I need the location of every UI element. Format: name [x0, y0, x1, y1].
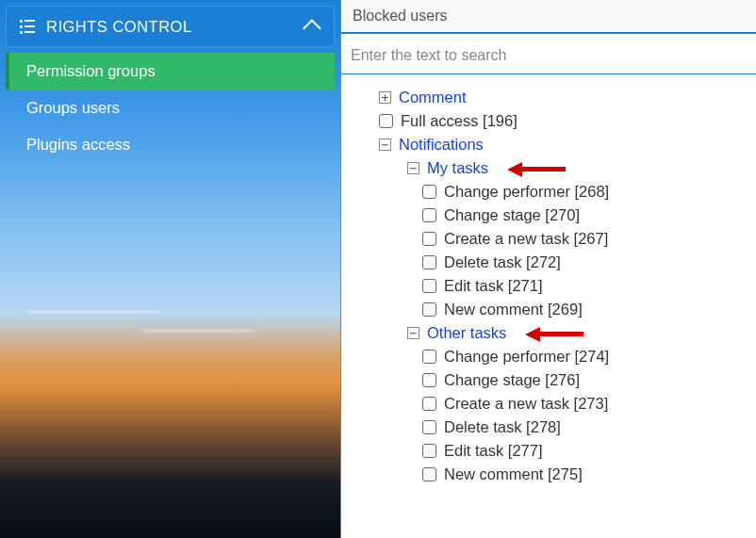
tree-label: Change stage [270] — [444, 206, 580, 224]
tree-node-full-access[interactable]: Full access [196] — [349, 109, 748, 133]
search-input[interactable] — [347, 40, 750, 73]
arrow-annotation — [507, 162, 566, 175]
checkbox[interactable] — [422, 467, 436, 481]
sidebar-item-plugins-access[interactable]: Plugins access — [6, 126, 335, 163]
bg-cloud — [141, 330, 255, 332]
tree-label: Edit task [271] — [444, 277, 543, 295]
checkbox[interactable] — [422, 232, 436, 246]
sidebar: RIGHTS CONTROL Permission groups Groups … — [0, 0, 340, 538]
tree-leaf[interactable]: New comment [269] — [349, 298, 748, 321]
checkbox[interactable] — [422, 397, 436, 411]
tree-label: Create a new task [273] — [444, 395, 608, 413]
sidebar-item-label: Groups users — [26, 99, 120, 116]
sidebar-section-title: RIGHTS CONTROL — [46, 18, 192, 36]
collapse-icon[interactable]: − — [407, 162, 419, 174]
checkbox[interactable] — [422, 279, 436, 293]
checkbox[interactable] — [422, 185, 436, 199]
tree-label[interactable]: My tasks — [427, 159, 488, 177]
tree-node-comment[interactable]: + Comment — [349, 86, 748, 109]
chevron-up-icon — [303, 19, 321, 38]
tree-leaf[interactable]: Change performer [268] — [349, 180, 748, 204]
tree-leaf[interactable]: Delete task [278] — [349, 416, 748, 439]
tree-node-notifications[interactable]: − Notifications — [349, 133, 748, 156]
checkbox[interactable] — [379, 114, 393, 128]
list-icon — [20, 20, 35, 34]
tree-label: Change performer [274] — [444, 348, 609, 366]
tree-label: Edit task [277] — [444, 442, 543, 460]
sidebar-item-label: Permission groups — [26, 62, 156, 79]
tree-leaf[interactable]: Change stage [276] — [349, 368, 748, 392]
tree-label[interactable]: Notifications — [399, 136, 484, 154]
permission-tree: + Comment Full access [196] − Notificati… — [341, 74, 756, 538]
tree-node-my-tasks[interactable]: − My tasks — [349, 156, 748, 180]
tab-bar: Blocked users — [341, 0, 756, 34]
checkbox[interactable] — [422, 302, 436, 317]
tree-label: Delete task [278] — [444, 418, 561, 436]
bg-cloud — [28, 311, 160, 313]
tree-leaf[interactable]: Edit task [277] — [349, 439, 748, 463]
checkbox[interactable] — [422, 420, 436, 434]
expand-icon[interactable]: + — [379, 91, 391, 104]
tree-leaf[interactable]: Create a new task [267] — [349, 227, 748, 251]
tree-leaf[interactable]: Change performer [274] — [349, 345, 748, 368]
checkbox[interactable] — [422, 208, 436, 222]
tree-label: Delete task [272] — [444, 253, 561, 271]
sidebar-item-groups-users[interactable]: Groups users — [6, 90, 335, 126]
tree-label[interactable]: Comment — [399, 89, 467, 106]
tree-label[interactable]: Other tasks — [427, 324, 506, 342]
checkbox[interactable] — [422, 255, 436, 269]
sidebar-item-label: Plugins access — [26, 136, 130, 153]
tab-blocked-users[interactable]: Blocked users — [353, 8, 448, 24]
collapse-icon[interactable]: − — [407, 327, 419, 339]
tree-leaf[interactable]: New comment [275] — [349, 463, 748, 486]
checkbox[interactable] — [422, 373, 436, 387]
main-panel: Blocked users + Comment Full access [196… — [340, 0, 756, 538]
tree-leaf[interactable]: Change stage [270] — [349, 204, 748, 227]
collapse-icon[interactable]: − — [379, 139, 391, 151]
tree-label: Change stage [276] — [444, 371, 580, 389]
tree-label: Full access [196] — [401, 112, 518, 130]
tree-node-other-tasks[interactable]: − Other tasks — [349, 321, 748, 345]
tree-label: Change performer [268] — [444, 183, 609, 201]
tree-leaf[interactable]: Delete task [272] — [349, 251, 748, 274]
tree-leaf[interactable]: Create a new task [273] — [349, 392, 748, 416]
tree-label: New comment [275] — [444, 465, 583, 483]
sidebar-item-permission-groups[interactable]: Permission groups — [6, 53, 335, 90]
sidebar-nav: Permission groups Groups users Plugins a… — [6, 53, 335, 163]
search-bar — [341, 34, 756, 74]
sidebar-section-rights-control[interactable]: RIGHTS CONTROL — [6, 6, 335, 47]
tree-leaf[interactable]: Edit task [271] — [349, 274, 748, 298]
checkbox[interactable] — [422, 444, 436, 458]
tree-label: Create a new task [267] — [444, 230, 608, 248]
arrow-annotation — [525, 327, 583, 340]
checkbox[interactable] — [422, 350, 436, 364]
tree-label: New comment [269] — [444, 301, 583, 318]
